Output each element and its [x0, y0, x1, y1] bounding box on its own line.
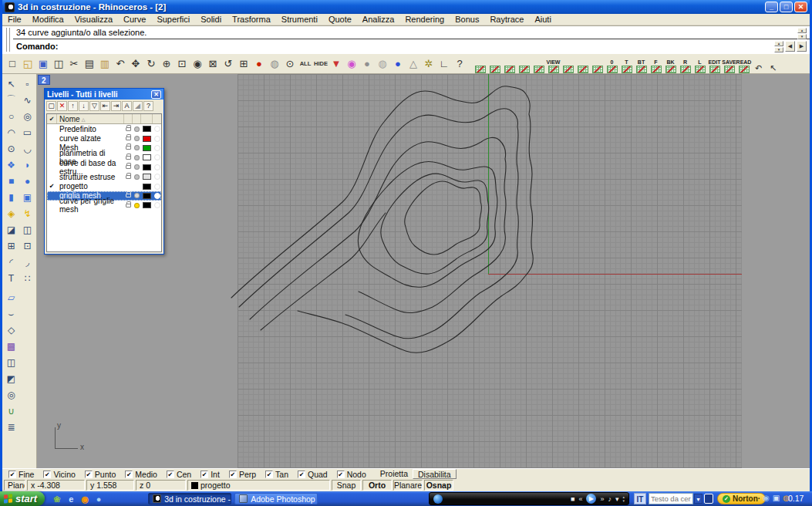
layer-material-cell[interactable]	[152, 143, 161, 153]
cplane-toolbar-button[interactable]: ↖	[766, 55, 780, 73]
layer-color-cell[interactable]	[140, 172, 152, 181]
osnap-checkbox[interactable]: ✔	[229, 471, 237, 478]
quick-launch-icon[interactable]: ●	[93, 494, 104, 504]
layer-bulb-cell[interactable]	[132, 163, 140, 172]
toolbar-icon[interactable]: ↻	[143, 56, 159, 72]
layer-name[interactable]: curve alzate	[57, 133, 123, 143]
layer-material-cell[interactable]	[152, 172, 161, 181]
layer-color-cell[interactable]	[140, 133, 152, 143]
search-dropdown-icon[interactable]: ▼	[694, 494, 702, 504]
layer-lock-cell[interactable]	[123, 181, 132, 191]
toolbar-icon[interactable]: ✥	[128, 56, 143, 72]
side-toolbar-icon[interactable]: ◇	[3, 322, 19, 338]
layer-bulb-cell[interactable]	[132, 181, 140, 191]
side-toolbar-icon[interactable]: ◩	[3, 370, 19, 386]
layer-name[interactable]: curve per griglie mesh	[57, 201, 123, 210]
osnap-checkbox[interactable]: ✔	[43, 471, 51, 478]
toolbar-icon[interactable]: ▣	[35, 56, 51, 72]
toolbar-icon[interactable]: ⊠	[205, 56, 221, 72]
project-button[interactable]: Proietta	[376, 469, 413, 479]
side-toolbar-icon[interactable]: ◪	[3, 221, 19, 238]
cplane-toolbar-button[interactable]	[590, 55, 605, 73]
layer-material-cell[interactable]	[152, 163, 161, 172]
layer-color-cell[interactable]	[140, 163, 152, 172]
side-toolbar-icon[interactable]: ∪	[3, 403, 19, 419]
quick-launch-icon[interactable]: ◉	[79, 494, 90, 504]
side-toolbar-icon[interactable]: ◜	[3, 254, 19, 270]
viewport-title[interactable]: 2	[38, 75, 50, 85]
layer-material-cell[interactable]	[152, 191, 161, 201]
search-go-button[interactable]	[704, 494, 713, 504]
side-toolbar-icon[interactable]: ⊙	[3, 140, 19, 157]
menu-item[interactable]: Quote	[323, 14, 357, 25]
window-control-button[interactable]: _	[765, 2, 778, 12]
band-spinner[interactable]: ▴▾	[622, 495, 625, 503]
toolbar-icon[interactable]: □	[5, 56, 20, 72]
menu-item[interactable]: File	[2, 14, 27, 25]
current-layer-field[interactable]: progetto	[187, 480, 330, 491]
layers-toolbar-icon[interactable]: ✕	[57, 101, 67, 111]
norton-badge[interactable]: ✓ Norton·	[717, 493, 766, 504]
cplane-toolbar-button[interactable]: READ	[736, 55, 751, 73]
menu-item[interactable]: Solidi	[195, 14, 227, 25]
layers-toolbar-icon[interactable]: ▽	[89, 101, 99, 111]
previous-button[interactable]: «	[578, 495, 582, 503]
layer-current-check[interactable]	[47, 163, 57, 172]
toolbar-icon[interactable]: ◍	[267, 56, 282, 72]
status-toggle[interactable]: Orto	[362, 480, 392, 491]
stop-button[interactable]: ■	[571, 495, 574, 503]
disable-button[interactable]: Disabilita	[413, 469, 457, 479]
next-button[interactable]: »	[600, 495, 604, 503]
layer-material-cell[interactable]	[152, 181, 161, 191]
layer-color-cell[interactable]	[140, 143, 152, 153]
layer-color-cell[interactable]	[140, 191, 152, 201]
osnap-checkbox[interactable]: ✔	[337, 471, 345, 478]
cplane-toolbar-button[interactable]: ↶	[751, 55, 766, 73]
layer-name[interactable]: progetto	[57, 181, 123, 191]
menu-item[interactable]: Raytrace	[484, 14, 529, 25]
layer-lock-cell[interactable]	[123, 201, 132, 210]
language-indicator[interactable]: IT	[634, 493, 646, 504]
cplane-toolbar-button[interactable]	[575, 55, 590, 73]
cplane-toolbar-button[interactable]: BT	[634, 55, 649, 73]
layer-color-cell[interactable]	[140, 153, 152, 162]
layers-toolbar-icon[interactable]: ⇥	[111, 101, 121, 111]
task-button[interactable]: 3d in costruzione - Rh...	[148, 493, 231, 504]
toolbar-icon[interactable]: ▼	[329, 56, 344, 72]
side-toolbar-icon[interactable]: ❖	[3, 157, 19, 173]
side-toolbar-icon[interactable]: ↯	[19, 205, 35, 221]
side-toolbar-icon[interactable]: T	[3, 270, 19, 286]
layer-row[interactable]: curve per griglie mesh	[47, 201, 161, 210]
cplane-toolbar-button[interactable]: VIEW	[546, 55, 561, 73]
task-button[interactable]: Adobe Photoshop	[234, 493, 318, 504]
layer-name[interactable]: Predefinito	[57, 124, 123, 133]
status-toggle[interactable]: Osnap	[424, 480, 453, 491]
side-toolbar-icon[interactable]: ∿	[19, 92, 35, 108]
layer-current-check[interactable]	[47, 143, 57, 153]
side-toolbar-icon[interactable]: ▫	[19, 76, 35, 92]
command-prompt[interactable]: Comando:	[13, 39, 810, 53]
layers-panel-titlebar[interactable]: Livelli - Tutti i livelli ✕	[45, 89, 163, 100]
side-toolbar-icon[interactable]: ≣	[3, 419, 19, 435]
layers-toolbar-icon[interactable]: ⇤	[100, 101, 110, 111]
cplane-toolbar-button[interactable]: 0	[605, 55, 619, 73]
header-lock-column[interactable]	[123, 114, 132, 123]
layers-toolbar-icon[interactable]: A	[122, 101, 132, 111]
layer-bulb-cell[interactable]	[132, 124, 140, 133]
layer-lock-cell[interactable]	[123, 153, 132, 162]
side-toolbar-icon[interactable]: ⊞	[3, 238, 19, 254]
layer-current-check[interactable]	[47, 191, 57, 201]
toolbar-icon[interactable]: ●	[390, 56, 406, 72]
layer-row[interactable]: ✔ progetto	[47, 181, 161, 191]
cplane-toolbar-button[interactable]: EDIT	[707, 55, 722, 73]
quick-launch-icon[interactable]: ❀	[52, 494, 62, 504]
scroll-right-button[interactable]: ▶	[797, 41, 807, 52]
layers-toolbar-icon[interactable]: ↑	[68, 101, 78, 111]
side-toolbar-icon[interactable]: ◗	[19, 157, 35, 173]
toolbar-icon[interactable]: ∟	[436, 56, 452, 72]
layers-toolbar-icon[interactable]: ?	[143, 101, 153, 111]
side-toolbar-icon[interactable]: ▣	[19, 189, 35, 205]
layer-row[interactable]: curve di base da estru...	[47, 163, 161, 172]
toolbar-icon[interactable]: ◍	[375, 56, 390, 72]
toolbar-icon[interactable]: ↺	[221, 56, 236, 72]
